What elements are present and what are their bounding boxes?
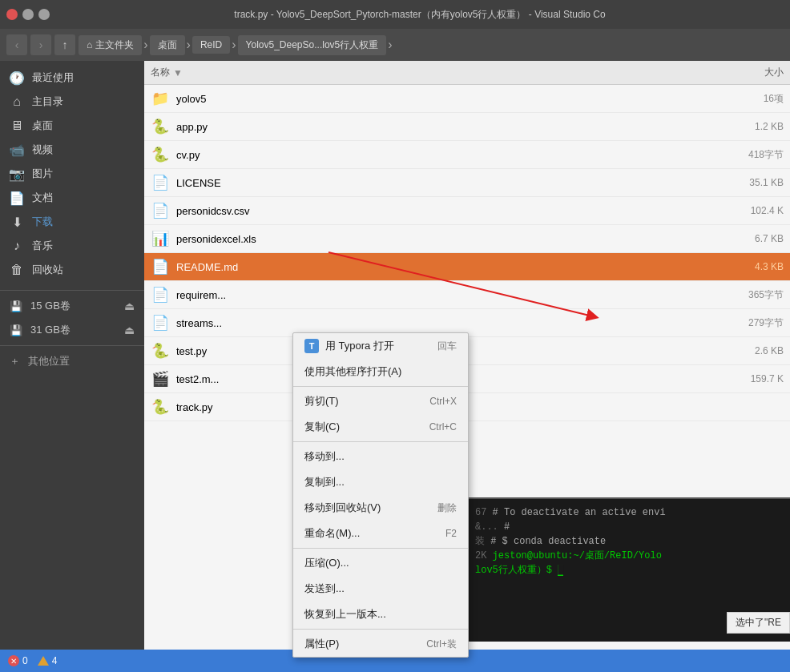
status-error-item[interactable]: ✕ 0: [8, 655, 28, 666]
context-menu-label-open-typora: 用 Typora 打开: [325, 339, 394, 353]
table-row[interactable]: 📁 yolov5 16项: [144, 85, 790, 113]
context-menu-label-copy: 复制(C): [304, 420, 340, 434]
status-warning-item[interactable]: 4: [38, 655, 58, 666]
maximize-button[interactable]: [38, 9, 50, 20]
file-name: README.md: [176, 261, 697, 273]
navigation-bar: ‹ › ↑ ⌂ 主文件夹 › 桌面 › ReID › Yolov5_DeepSo…: [0, 29, 790, 61]
python-icon: 🐍: [151, 117, 170, 136]
context-menu-item-rename[interactable]: 重命名(M)... F2: [293, 521, 468, 546]
breadcrumb-home[interactable]: ⌂ 主文件夹: [79, 35, 142, 55]
excel-icon: 📊: [151, 229, 170, 248]
python-icon: 🐍: [151, 145, 170, 164]
music-icon: ♪: [10, 239, 24, 253]
back-button[interactable]: ‹: [6, 34, 27, 55]
context-menu-label-move-trash: 移动到回收站(V): [304, 501, 381, 515]
breadcrumb-current[interactable]: Yolov5_DeepSo...lov5行人权重: [238, 35, 387, 55]
sidebar-label-desktop: 桌面: [32, 119, 53, 133]
context-menu-divider-3: [293, 548, 468, 549]
title-bar: track.py - Yolov5_DeepSort_Pytorch-maste…: [0, 0, 790, 29]
file-name: streams...: [176, 317, 697, 329]
context-menu-item-open-other[interactable]: 使用其他程序打开(A): [293, 359, 468, 384]
context-menu-item-copy-to[interactable]: 复制到...: [293, 469, 468, 495]
table-row[interactable]: 📊 personidexcel.xls 6.7 KB: [144, 225, 790, 253]
breadcrumb: ⌂ 主文件夹 › 桌面 › ReID › Yolov5_DeepSo...lov…: [79, 35, 784, 55]
context-menu-item-copy[interactable]: 复制(C) Ctrl+C: [293, 414, 468, 440]
sidebar-label-docs: 文档: [32, 191, 53, 205]
context-menu-divider-2: [293, 441, 468, 442]
minimize-button[interactable]: [22, 9, 34, 20]
breadcrumb-desktop[interactable]: 桌面: [150, 35, 185, 55]
sort-arrow-icon: ▼: [173, 67, 183, 78]
up-button[interactable]: ↑: [54, 34, 75, 55]
file-name: personidexcel.xls: [176, 233, 697, 245]
file-name: personidcsv.csv: [176, 205, 697, 217]
sidebar-label-music: 音乐: [32, 239, 53, 253]
file-name: cv.py: [176, 149, 697, 161]
file-size: 35.1 KB: [703, 177, 784, 188]
context-menu-item-properties[interactable]: 属性(P) Ctrl+装: [293, 631, 468, 657]
video-file-icon: 🎬: [151, 369, 170, 388]
context-menu-shortcut-rename: F2: [445, 528, 457, 539]
file-name: yolov5: [176, 93, 697, 105]
sidebar-label-other: 其他位置: [28, 354, 70, 368]
sidebar-divider-2: [0, 345, 144, 346]
context-menu-label-send-to: 发送到...: [304, 581, 345, 596]
warning-icon: [38, 656, 49, 666]
context-menu-item-move-trash[interactable]: 移动到回收站(V) 删除: [293, 495, 468, 521]
sidebar-item-other-locations[interactable]: ＋ 其他位置: [0, 349, 144, 373]
sidebar-item-drive31[interactable]: 💾 31 GB卷 ⏏: [0, 318, 144, 342]
file-size: 4.3 KB: [703, 261, 784, 272]
table-row[interactable]: 📄 requirem... 365字节: [144, 281, 790, 309]
sidebar-label-home: 主目录: [32, 95, 63, 109]
table-row[interactable]: 🐍 cv.py 418字节: [144, 141, 790, 169]
file-name: app.py: [176, 121, 697, 133]
context-menu-item-open-typora[interactable]: T 用 Typora 打开 回车: [293, 333, 468, 359]
eject-drive15-button[interactable]: ⏏: [124, 300, 135, 312]
readme-icon: 📄: [151, 257, 170, 276]
breadcrumb-reid[interactable]: ReID: [192, 36, 230, 54]
sidebar-label-video: 视频: [32, 143, 53, 157]
window-title: track.py - Yolov5_DeepSort_Pytorch-maste…: [56, 8, 784, 22]
context-menu-item-compress[interactable]: 压缩(O)...: [293, 550, 468, 576]
sidebar-item-desktop[interactable]: 🖥 桌面: [0, 114, 144, 138]
sidebar-item-download[interactable]: ⬇ 下载: [0, 210, 144, 234]
context-menu-item-move-to[interactable]: 移动到...: [293, 444, 468, 469]
context-menu-item-cut[interactable]: 剪切(T) Ctrl+X: [293, 388, 468, 414]
context-menu-label-revert: 恢复到上一版本...: [304, 607, 386, 622]
forward-button[interactable]: ›: [30, 34, 51, 55]
sidebar-label-trash: 回收站: [32, 263, 63, 277]
close-button[interactable]: [6, 9, 18, 20]
sidebar-label-recent: 最近使用: [32, 70, 74, 85]
context-menu-item-revert[interactable]: 恢复到上一版本...: [293, 602, 468, 627]
file-size: 16项: [703, 92, 784, 106]
sidebar-item-music[interactable]: ♪ 音乐: [0, 234, 144, 258]
error-count: 0: [22, 655, 28, 666]
col-name-header: 名称 ▼: [151, 66, 703, 79]
context-menu-item-send-to[interactable]: 发送到...: [293, 576, 468, 602]
context-menu-shortcut-properties: Ctrl+装: [426, 638, 457, 651]
eject-drive31-button[interactable]: ⏏: [124, 324, 135, 336]
breadcrumb-end-chevron: ›: [388, 38, 392, 52]
table-row[interactable]: 📄 personidcsv.csv 102.4 K: [144, 197, 790, 225]
table-row-selected[interactable]: 📄 README.md 4.3 KB: [144, 253, 790, 281]
sidebar-item-docs[interactable]: 📄 文档: [0, 186, 144, 210]
context-menu: T 用 Typora 打开 回车 使用其他程序打开(A) 剪切(T) Ctrl+…: [292, 332, 469, 658]
context-menu-label-rename: 重命名(M)...: [304, 526, 360, 541]
doc-icon: 📄: [151, 313, 170, 332]
sidebar-item-drive15[interactable]: 💾 15 GB卷 ⏏: [0, 294, 144, 318]
file-size: 279字节: [703, 316, 784, 330]
sidebar-item-video[interactable]: 📹 视频: [0, 138, 144, 162]
sidebar-item-home[interactable]: ⌂ 主目录: [0, 90, 144, 114]
sidebar-item-recent[interactable]: 🕐 最近使用: [0, 66, 144, 90]
file-name: LICENSE: [176, 177, 697, 189]
table-row[interactable]: 📄 LICENSE 35.1 KB: [144, 169, 790, 197]
context-menu-shortcut-copy: Ctrl+C: [429, 421, 457, 433]
sidebar-item-pictures[interactable]: 📷 图片: [0, 162, 144, 186]
terminal-content: 67 # To deactivate an active envi &... #…: [469, 499, 790, 584]
context-menu-shortcut-move-trash: 删除: [437, 501, 457, 515]
table-row[interactable]: 🐍 app.py 1.2 KB: [144, 113, 790, 141]
sidebar-item-trash[interactable]: 🗑 回收站: [0, 258, 144, 282]
col-size-header: 大小: [703, 66, 784, 79]
docs-icon: 📄: [10, 191, 24, 205]
sidebar-label-download: 下载: [32, 215, 53, 229]
